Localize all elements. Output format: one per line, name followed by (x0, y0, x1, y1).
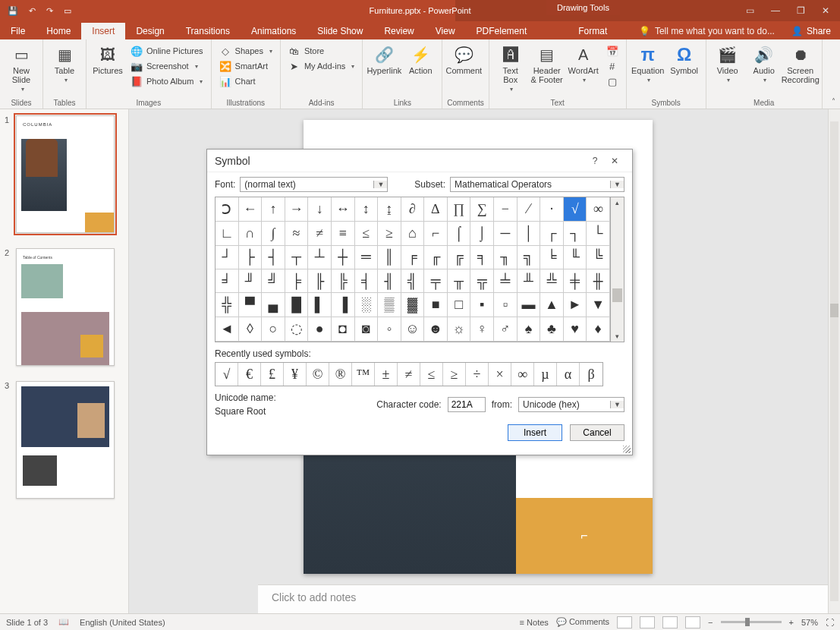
audio-button[interactable]: 🔊Audio (747, 42, 781, 83)
object-button[interactable]: ▢ (603, 74, 621, 88)
sorter-view-button[interactable] (640, 616, 655, 628)
symbol-cell[interactable]: ╬ (216, 293, 239, 317)
symbol-cell[interactable]: ▫ (494, 293, 518, 317)
symbol-cell[interactable]: ╟ (308, 269, 332, 293)
symbol-cell[interactable]: ∑ (470, 197, 494, 222)
redo-icon[interactable]: ↷ (46, 6, 53, 16)
symbol-cell[interactable]: ▌ (308, 293, 332, 317)
symbol-cell[interactable]: ╫ (587, 269, 610, 293)
symbol-cell[interactable]: ─ (494, 222, 518, 245)
recent-symbol-cell[interactable]: √ (216, 363, 238, 386)
symbol-cell[interactable]: ╜ (239, 269, 263, 293)
symbol-cell[interactable]: ╔ (448, 246, 471, 269)
symbol-cell[interactable]: ╓ (424, 246, 448, 269)
symbol-cell[interactable]: ╛ (216, 269, 239, 293)
symbol-cell[interactable]: ○ (262, 317, 285, 342)
my-addins-button[interactable]: ➤My Add-ins (285, 59, 357, 73)
slide-thumbnails-panel[interactable]: 1 COLUMBIA 2 Table of Contents 3 (0, 109, 129, 613)
spellcheck-icon[interactable]: 📖 (58, 617, 69, 627)
recent-symbol-cell[interactable]: © (307, 363, 329, 386)
symbol-cell[interactable]: − (494, 197, 518, 222)
chart-button[interactable]: 📊Chart (216, 74, 275, 88)
symbol-cell[interactable]: ♣ (540, 317, 564, 342)
tab-pdfelement[interactable]: PDFelement (466, 23, 538, 39)
symbol-cell[interactable]: ∩ (239, 222, 263, 245)
symbol-cell[interactable]: ♥ (564, 317, 587, 342)
symbol-cell[interactable]: Ɔ (216, 197, 239, 222)
symbol-cell[interactable]: ⌂ (401, 222, 425, 245)
zoom-out-icon[interactable]: − (708, 618, 713, 627)
symbol-cell[interactable]: ╡ (355, 269, 379, 293)
recent-symbol-cell[interactable]: ∞ (511, 363, 534, 386)
symbol-cell[interactable]: ╕ (470, 246, 494, 269)
symbol-cell[interactable]: ╢ (378, 269, 401, 293)
screenshot-button[interactable]: 📷Screenshot (127, 59, 206, 73)
symbol-cell[interactable]: ┤ (262, 246, 285, 269)
symbol-cell[interactable]: └ (587, 222, 610, 245)
symbol-cell[interactable]: ∞ (587, 197, 610, 222)
symbol-cell[interactable]: ╙ (564, 246, 587, 269)
fit-to-window-icon[interactable]: ⛶ (826, 618, 834, 627)
ribbon-display-options-icon[interactable]: ▭ (746, 5, 754, 16)
tab-view[interactable]: View (425, 23, 466, 39)
symbol-cell[interactable]: ↑ (262, 197, 285, 222)
reading-view-button[interactable] (662, 616, 678, 628)
symbol-cell[interactable]: ▀ (239, 293, 263, 317)
recent-symbol-cell[interactable]: ≥ (443, 363, 466, 386)
symbol-cell[interactable]: ≈ (285, 222, 309, 245)
tab-review[interactable]: Review (373, 23, 424, 39)
symbol-cell[interactable]: ┼ (332, 246, 355, 269)
cancel-button[interactable]: Cancel (570, 424, 624, 441)
tell-me-search[interactable]: 💡Tell me what you want to do... (631, 23, 782, 39)
symbol-cell[interactable]: ◘ (332, 317, 355, 342)
tab-animations[interactable]: Animations (241, 23, 307, 39)
symbol-cell[interactable]: ▼ (587, 293, 610, 317)
symbol-cell[interactable]: ⌠ (448, 222, 471, 245)
close-icon[interactable]: ✕ (822, 5, 829, 16)
symbol-cell[interactable]: ╠ (332, 269, 355, 293)
symbol-cell[interactable]: ║ (378, 246, 401, 269)
header-footer-button[interactable]: ▤Header & Footer (530, 42, 564, 84)
font-combo[interactable]: (normal text)▼ (240, 177, 388, 192)
symbol-cell[interactable]: ◊ (239, 317, 263, 342)
subset-combo[interactable]: Mathematical Operators▼ (450, 177, 624, 192)
symbol-cell[interactable]: ▲ (540, 293, 564, 317)
pictures-button[interactable]: 🖼Pictures (91, 42, 124, 75)
normal-view-button[interactable] (617, 616, 632, 628)
symbol-cell[interactable]: ◌ (285, 317, 309, 342)
symbol-cell[interactable]: ╨ (518, 269, 541, 293)
new-slide-button[interactable]: ▭New Slide (5, 42, 38, 93)
symbol-cell[interactable]: ═ (355, 246, 379, 269)
symbol-cell[interactable]: │ (518, 222, 541, 245)
symbol-cell[interactable]: ⌐ (424, 222, 448, 245)
symbol-cell[interactable]: ░ (355, 293, 379, 317)
slide-thumbnail-3[interactable] (16, 381, 115, 499)
tab-file[interactable]: File (0, 23, 36, 39)
recent-symbol-cell[interactable]: × (489, 363, 511, 386)
symbol-cell[interactable]: ╥ (448, 269, 471, 293)
symbol-cell[interactable]: ╗ (518, 246, 541, 269)
symbol-cell[interactable]: ┴ (308, 246, 332, 269)
tab-format[interactable]: Format (568, 23, 618, 39)
recent-symbol-cell[interactable]: µ (534, 363, 557, 386)
zoom-level[interactable]: 57% (801, 618, 818, 627)
symbol-cell[interactable]: ∟ (216, 222, 239, 245)
comment-button[interactable]: 💬Comment (447, 42, 480, 75)
symbol-cell[interactable]: ⌡ (470, 222, 494, 245)
symbol-cell[interactable]: ► (564, 293, 587, 317)
symbol-cell[interactable]: ♠ (518, 317, 541, 342)
symbol-cell[interactable]: □ (448, 293, 471, 317)
action-button[interactable]: ⚡Action (404, 42, 437, 75)
comments-toggle[interactable]: 💬 Comments (556, 617, 609, 627)
recent-symbol-cell[interactable]: ™ (352, 363, 375, 386)
zoom-in-icon[interactable]: + (789, 618, 794, 627)
symbol-cell[interactable]: ∕ (518, 197, 541, 222)
restore-icon[interactable]: ❐ (797, 5, 805, 16)
tab-home[interactable]: Home (36, 23, 81, 39)
symbol-cell[interactable]: ≤ (355, 222, 379, 245)
smartart-button[interactable]: 🔀SmartArt (216, 59, 275, 73)
recent-symbol-cell[interactable]: ± (375, 363, 398, 386)
notes-toggle[interactable]: ≡ Notes (520, 618, 549, 627)
recent-symbol-cell[interactable]: € (238, 363, 261, 386)
symbol-cell[interactable]: ▬ (518, 293, 541, 317)
